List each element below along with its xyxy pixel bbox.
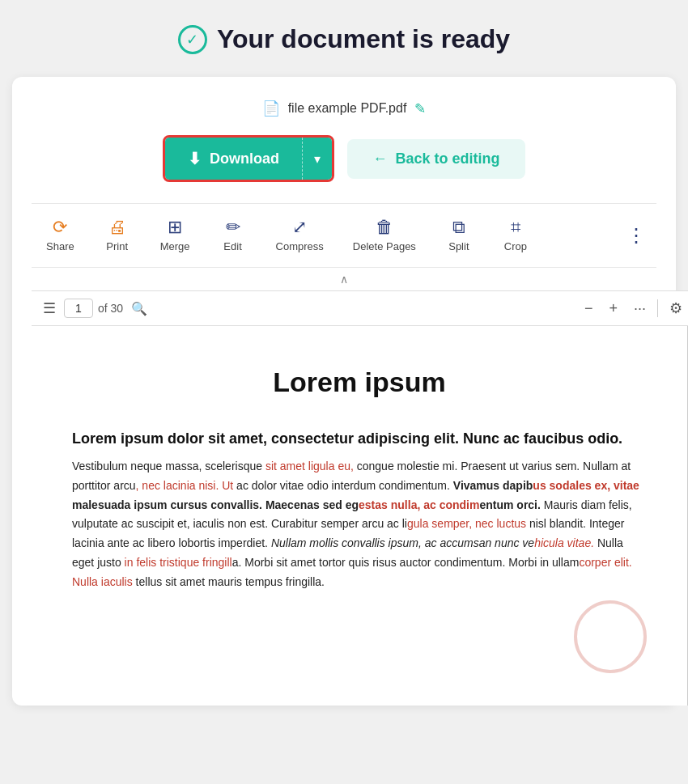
header-title: ✓ Your document is ready bbox=[178, 24, 510, 54]
zoom-out-button[interactable]: − bbox=[580, 299, 598, 319]
toolbar-merge-label: Merge bbox=[160, 240, 190, 252]
back-arrow-icon: ← bbox=[372, 150, 387, 167]
stamp-overlay bbox=[72, 600, 647, 673]
toolbar-more-button[interactable]: ⋮ bbox=[617, 219, 656, 252]
viewer-toolbar-left: ☰ of 30 🔍 bbox=[40, 296, 151, 320]
edit-icon: ✏ bbox=[226, 218, 240, 236]
toolbar-item-split[interactable]: ⧉ Split bbox=[431, 214, 487, 257]
toolbar-print-label: Print bbox=[106, 240, 128, 252]
toolbar-delete-pages-label: Delete Pages bbox=[353, 240, 416, 252]
back-to-editing-button[interactable]: ← Back to editing bbox=[347, 139, 525, 179]
download-arrow-icon: ⬇ bbox=[188, 149, 202, 168]
toolbar-share-label: Share bbox=[46, 240, 74, 252]
collapse-row[interactable]: ∧ bbox=[32, 267, 656, 290]
pdf-file-icon: 📄 bbox=[262, 100, 280, 117]
page-number-input[interactable] bbox=[64, 299, 93, 318]
pdf-page: Lorem ipsum Lorem ipsum dolor sit amet, … bbox=[32, 326, 687, 706]
more-options-icon: ⋮ bbox=[626, 224, 647, 247]
print-icon: 🖨 bbox=[108, 218, 126, 236]
pdf-content-area: Lorem ipsum Lorem ipsum dolor sit amet, … bbox=[32, 326, 688, 706]
toolbar-item-delete-pages[interactable]: 🗑 Delete Pages bbox=[338, 214, 431, 257]
compress-icon: ⤢ bbox=[292, 218, 307, 236]
viewer-more-options-button[interactable]: ··· bbox=[629, 299, 651, 319]
page-title: Your document is ready bbox=[217, 24, 510, 54]
toolbar-item-print[interactable]: 🖨 Print bbox=[89, 214, 146, 257]
toolbar-item-share[interactable]: ⟳ Share bbox=[32, 214, 89, 257]
stamp bbox=[574, 600, 647, 673]
chevron-up-icon: ∧ bbox=[340, 273, 348, 286]
toolbar-row: ⟳ Share 🖨 Print ⊞ Merge ✏ Edit ⤢ Compres… bbox=[32, 203, 656, 267]
delete-pages-icon: 🗑 bbox=[376, 218, 393, 236]
page-total: of 30 bbox=[98, 302, 123, 315]
file-name: file example PDF.pdf bbox=[288, 101, 407, 116]
download-button[interactable]: ⬇ Download bbox=[165, 138, 302, 180]
download-label: Download bbox=[210, 150, 279, 167]
toolbar-item-edit[interactable]: ✏ Edit bbox=[205, 214, 261, 257]
main-card: 📄 file example PDF.pdf ✎ ⬇ Download ▾ ← … bbox=[12, 77, 676, 706]
merge-icon: ⊞ bbox=[168, 218, 182, 236]
crop-icon: ⌗ bbox=[511, 218, 520, 236]
pdf-body-text: Vestibulum neque massa, scelerisque sit … bbox=[72, 457, 647, 592]
zoom-in-button[interactable]: + bbox=[604, 299, 622, 319]
pdf-page-title: Lorem ipsum bbox=[72, 367, 647, 398]
toolbar-separator bbox=[657, 299, 658, 317]
toolbar-item-merge[interactable]: ⊞ Merge bbox=[146, 214, 205, 257]
toolbar-crop-label: Crop bbox=[504, 240, 527, 252]
search-icon[interactable]: 🔍 bbox=[128, 298, 151, 320]
viewer-toolbar-right: − + ··· ⚙ bbox=[580, 298, 687, 319]
action-row: ⬇ Download ▾ ← Back to editing bbox=[32, 135, 656, 182]
pdf-section-title: Lorem ipsum dolor sit amet, consectetur … bbox=[72, 430, 647, 447]
edit-file-icon[interactable]: ✎ bbox=[414, 100, 426, 117]
toolbar-item-compress[interactable]: ⤢ Compress bbox=[261, 214, 338, 257]
download-dropdown-button[interactable]: ▾ bbox=[302, 138, 332, 180]
toolbar-split-label: Split bbox=[448, 240, 469, 252]
file-row: 📄 file example PDF.pdf ✎ bbox=[32, 100, 656, 117]
toolbar-compress-label: Compress bbox=[276, 240, 324, 252]
toolbar-edit-label: Edit bbox=[223, 240, 241, 252]
page-wrapper: ✓ Your document is ready 📄 file example … bbox=[0, 0, 688, 784]
settings-button[interactable]: ⚙ bbox=[665, 298, 687, 319]
share-icon: ⟳ bbox=[53, 218, 67, 236]
download-btn-wrapper: ⬇ Download ▾ bbox=[163, 135, 334, 182]
hamburger-icon[interactable]: ☰ bbox=[40, 296, 59, 320]
pdf-viewer-toolbar: ☰ of 30 🔍 − + ··· ⚙ bbox=[32, 290, 688, 326]
toolbar-item-crop[interactable]: ⌗ Crop bbox=[487, 214, 544, 257]
back-to-editing-label: Back to editing bbox=[395, 150, 499, 167]
chevron-down-icon: ▾ bbox=[314, 151, 321, 167]
split-icon: ⧉ bbox=[452, 218, 465, 236]
check-icon: ✓ bbox=[178, 25, 207, 54]
